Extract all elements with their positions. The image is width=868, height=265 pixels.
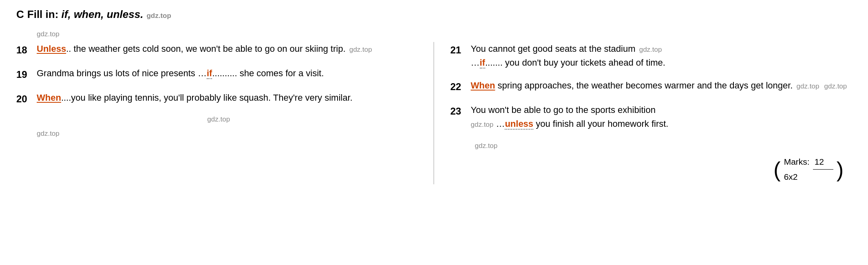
- marks-denominator: 12: [813, 157, 824, 166]
- marks-bracket-wrapper: ( Marks: 12 6x2 ): [773, 155, 844, 184]
- answer-21: if: [480, 57, 485, 68]
- marks-label: Marks:: [784, 155, 810, 169]
- item-21-number: 21: [451, 43, 471, 57]
- item-19-text: Grandma brings us lots of nice presents …: [37, 66, 421, 80]
- watermark-sub-header: gdz.top: [37, 30, 60, 38]
- exercise-layout: 18 Unless.. the weather gets cold soon, …: [16, 42, 852, 184]
- section-letter: C: [16, 8, 24, 21]
- section-header: C Fill in: if, when, unless. gdz.top: [16, 8, 852, 21]
- watermark-23: gdz.top: [471, 121, 494, 128]
- item-23-number: 23: [451, 104, 471, 119]
- watermark-22b: gdz.top: [824, 82, 847, 90]
- item-23-text: You won't be able to go to the sports ex…: [471, 103, 852, 131]
- marks-box: ( Marks: 12 6x2 ): [451, 155, 852, 184]
- item-21-text: You cannot get good seats at the stadium…: [471, 42, 852, 70]
- exercise-item-18: 18 Unless.. the weather gets cold soon, …: [16, 42, 421, 57]
- page-container: C Fill in: if, when, unless. gdz.top gdz…: [0, 0, 868, 265]
- watermark-header: gdz.top: [146, 12, 171, 20]
- bracket-right: ): [837, 159, 844, 180]
- exercise-item-21: 21 You cannot get good seats at the stad…: [451, 42, 852, 70]
- exercise-item-23: 23 You won't be able to go to the sports…: [451, 103, 852, 131]
- answer-20: When: [37, 93, 61, 103]
- watermark-left-sub: gdz.top: [37, 130, 60, 137]
- bracket-left: (: [773, 159, 780, 180]
- item-19-number: 19: [16, 67, 37, 82]
- answer-22: When: [471, 80, 495, 91]
- marks-multiplier: 6x2: [784, 170, 833, 184]
- watermark-22a: gdz.top: [797, 82, 819, 90]
- right-column: 21 You cannot get good seats at the stad…: [434, 42, 852, 184]
- item-18-number: 18: [16, 43, 37, 57]
- exercise-item-20: 20 When....you like playing tennis, you'…: [16, 91, 421, 106]
- exercise-item-22: 22 When spring approaches, the weather b…: [451, 79, 852, 94]
- item-18-text: Unless.. the weather gets cold soon, we …: [37, 42, 421, 56]
- fill-in-label: Fill in:: [27, 8, 59, 20]
- watermark-21: gdz.top: [639, 46, 662, 53]
- item-22-text: When spring approaches, the weather beco…: [471, 79, 852, 93]
- left-column: 18 Unless.. the weather gets cold soon, …: [16, 42, 434, 184]
- exercise-item-19: 19 Grandma brings us lots of nice presen…: [16, 66, 421, 82]
- section-title: Fill in: if, when, unless.: [27, 8, 144, 21]
- marks-denominator-line: 12: [813, 155, 833, 170]
- answer-19: if: [207, 68, 212, 79]
- item-22-number: 22: [451, 80, 471, 94]
- answer-23: unless: [505, 119, 533, 130]
- watermark-right-bottom: gdz.top: [475, 142, 498, 150]
- watermark-18: gdz.top: [349, 46, 372, 53]
- marks-inner: Marks: 12 6x2: [784, 155, 833, 184]
- item-20-number: 20: [16, 92, 37, 106]
- answer-18: Unless: [37, 44, 66, 54]
- item-20-text: When....you like playing tennis, you'll …: [37, 91, 421, 105]
- marks-label-line: Marks: 12: [784, 155, 833, 170]
- watermark-left-bottom: gdz.top: [16, 115, 421, 124]
- fill-in-words: if, when, unless.: [62, 8, 144, 20]
